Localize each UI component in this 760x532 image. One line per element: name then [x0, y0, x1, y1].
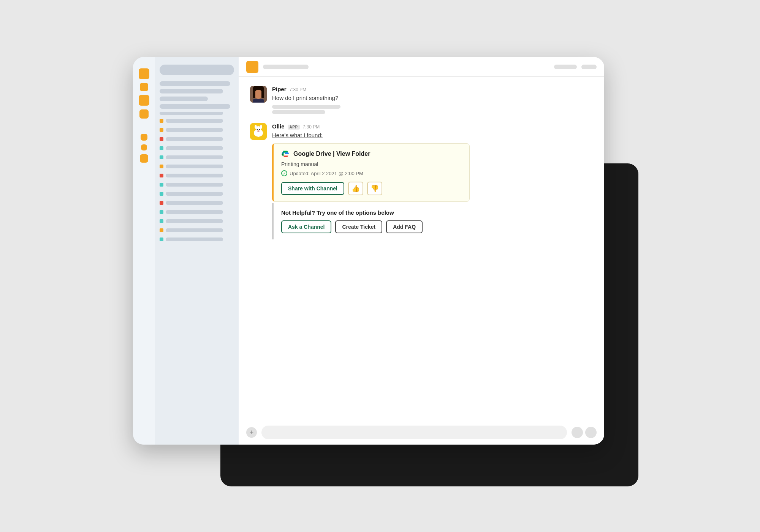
chat-area: Piper 7:30 PM How do I print something?: [239, 57, 604, 445]
checkmark-icon: ✓: [281, 170, 287, 176]
message-header-ollie: Ollie APP 7:30 PM: [272, 123, 593, 130]
channel-line: [166, 128, 223, 132]
channel-item-dot[interactable]: [160, 127, 223, 133]
channel-line: [166, 238, 223, 241]
drive-card-header: Google Drive | View Folder: [281, 150, 462, 158]
svg-point-13: [257, 129, 258, 130]
thumbup-icon: 👍: [352, 184, 360, 193]
message-input[interactable]: [261, 426, 567, 439]
create-ticket-button[interactable]: Create Ticket: [335, 220, 382, 233]
channel-item-dot[interactable]: [160, 136, 223, 142]
channel-item[interactable]: [160, 81, 230, 86]
channel-dot-teal: [160, 192, 163, 196]
channel-item-dot[interactable]: [160, 209, 223, 215]
channel-item-dot[interactable]: [160, 154, 223, 160]
channel-line: [166, 183, 223, 187]
channel-item[interactable]: [160, 112, 223, 115]
avatar-piper: [250, 86, 267, 103]
svg-rect-5: [261, 90, 264, 98]
ask-channel-button[interactable]: Ask a Channel: [281, 220, 331, 233]
channel-dot-teal: [160, 219, 163, 223]
channel-item-dot[interactable]: [160, 173, 223, 179]
channel-dot-yellow: [160, 119, 163, 123]
channel-item[interactable]: [160, 97, 208, 101]
header-action-line-2: [581, 65, 597, 69]
message-header-piper: Piper 7:30 PM: [272, 86, 593, 92]
channel-item[interactable]: [160, 89, 223, 93]
channel-item-dot[interactable]: [160, 236, 223, 242]
channel-line: [166, 174, 223, 177]
header-avatar: [246, 61, 258, 73]
channel-search[interactable]: [160, 65, 234, 75]
sender-name-piper: Piper: [272, 86, 287, 92]
message-text-piper: How do I print something?: [272, 94, 593, 103]
channel-dot-red: [160, 137, 163, 141]
sidebar-icon-2[interactable]: [140, 83, 148, 91]
channel-item-dot[interactable]: [160, 145, 223, 151]
text-lines-piper: [272, 105, 593, 114]
channel-dot-teal: [160, 210, 163, 214]
channel-line: [166, 137, 223, 141]
channel-item-dot[interactable]: [160, 227, 223, 233]
chat-header: [239, 57, 604, 77]
channel-line: [166, 192, 223, 196]
header-action-line: [554, 65, 577, 69]
not-helpful-actions: Ask a Channel Create Ticket Add FAQ: [281, 220, 485, 233]
message-text-ollie: Here's what I found:: [272, 131, 593, 140]
emoji-button[interactable]: [572, 427, 583, 438]
send-button[interactable]: [585, 427, 597, 438]
add-faq-label: Add FAQ: [393, 224, 416, 230]
channel-line: [166, 165, 223, 168]
sidebar-icon-7[interactable]: [140, 154, 148, 163]
channel-dot-teal: [160, 183, 163, 187]
sender-name-ollie: Ollie: [272, 123, 285, 130]
drive-updated: ✓ Updated: April 2 2021 @ 2:00 PM: [281, 170, 462, 176]
header-title-line: [263, 65, 309, 69]
card-actions: Share with Channel 👍 👎: [281, 182, 462, 195]
channel-dot-teal: [160, 238, 163, 241]
channel-item-dot[interactable]: [160, 191, 223, 197]
message-content-piper: Piper 7:30 PM How do I print something?: [272, 86, 593, 114]
channel-item-dot[interactable]: [160, 218, 223, 224]
svg-point-14: [259, 129, 260, 130]
svg-point-15: [257, 130, 260, 132]
sidebar-icon-5[interactable]: [141, 134, 147, 141]
svg-point-12: [260, 125, 262, 129]
share-with-channel-button[interactable]: Share with Channel: [281, 182, 344, 195]
channel-item-dot[interactable]: [160, 163, 223, 169]
channel-item-dot[interactable]: [160, 182, 223, 188]
sidebar-icon-4[interactable]: [139, 109, 149, 119]
drive-updated-text: Updated: April 2 2021 @ 2:00 PM: [290, 171, 363, 176]
messages-area: Piper 7:30 PM How do I print something?: [239, 77, 604, 420]
message-time-piper: 7:30 PM: [290, 87, 307, 92]
sidebar-icon-6[interactable]: [141, 144, 147, 150]
text-line: [272, 105, 340, 109]
create-ticket-label: Create Ticket: [342, 224, 375, 230]
channel-dot-red: [160, 174, 163, 177]
thumbdown-button[interactable]: 👎: [367, 182, 382, 195]
message-time-ollie: 7:30 PM: [303, 124, 320, 130]
channel-line: [166, 219, 223, 223]
not-helpful-section: Not Helpful? Try one of the options belo…: [272, 203, 492, 239]
sidebar-icon-1[interactable]: [139, 68, 149, 79]
channel-item-dot[interactable]: [160, 200, 223, 206]
add-attachment-button[interactable]: +: [246, 427, 257, 438]
message-ollie: Ollie APP 7:30 PM Here's what I found:: [250, 123, 593, 240]
thumbup-button[interactable]: 👍: [348, 182, 363, 195]
svg-rect-6: [253, 99, 264, 103]
chat-input-area: +: [239, 420, 604, 445]
drive-title[interactable]: Google Drive | View Folder: [293, 150, 370, 157]
channel-dot-yellow: [160, 165, 163, 168]
channel-item[interactable]: [160, 104, 230, 109]
add-faq-button[interactable]: Add FAQ: [386, 220, 423, 233]
channel-line: [166, 146, 223, 150]
drive-subtitle: Printing manual: [281, 161, 462, 167]
avatar-ollie: [250, 123, 267, 140]
channel-dot-teal: [160, 155, 163, 159]
channel-item-dot[interactable]: [160, 118, 223, 124]
channel-line: [166, 155, 223, 159]
sidebar-icon-3[interactable]: [139, 95, 149, 106]
channel-dot-red: [160, 201, 163, 205]
drive-card: Google Drive | View Folder Printing manu…: [272, 143, 470, 202]
send-buttons: [572, 427, 597, 438]
